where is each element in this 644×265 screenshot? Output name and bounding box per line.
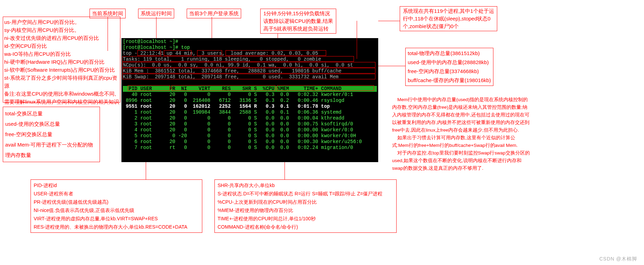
mem-fields-explanation: total-物理内存总量(3861512kb) used-使用中的内存总量(28…	[405, 48, 493, 86]
prompt-line1: [root@localhost ~]#	[123, 39, 377, 45]
process-row: 8996 root 20 0 216408 6712 3136 S 0.3 0.…	[123, 98, 377, 104]
col-res: RES-进程使用的、未被换出的物理内存大小,单位kb.RES=CODE+DATA	[34, 223, 199, 231]
load-line2: 该数除以逻辑CPU的数量,结果	[263, 17, 333, 25]
swap-fields-explanation: total-交换区总量 used-使用的交换区总量 free-空闲交换区总量 a…	[3, 107, 100, 162]
leader-line	[285, 162, 285, 179]
process-row: 4 root 20 0 0 0 0 S 0.0 0.0 0:00.00 kwor…	[123, 127, 377, 133]
top-summary-time: top - 22:12:41 up 44 min, 3 users, load …	[123, 51, 377, 56]
tasks-line1: 系统现在共有119个进程,其中1个处于运	[403, 7, 494, 15]
top-summary-mem: KiB Mem : 3861512 total, 3374668 free, 2…	[123, 68, 377, 74]
process-table-header: PID USER PR NI VIRT RES SHR S %CPU %MEM …	[123, 86, 377, 92]
mem-total: total-物理内存总量(3861512kb)	[408, 49, 491, 58]
blank-line	[123, 80, 377, 86]
mem-used: used-使用中的内存总量(288828kb)	[408, 58, 491, 67]
label-tasks-summary: 系统现在共有119个进程,其中1个处于运 行中,118个在休眠(sleep),s…	[400, 6, 497, 31]
terminal-window: [root@localhost ~]# [root@localhost ~]# …	[121, 38, 378, 162]
prompt-line2: [root@localhost ~]# top	[123, 45, 377, 51]
swap-avail: avail Mem-可用于进程下一次分配的物理内存数量	[5, 140, 98, 160]
process-row: 40 root 20 0 0 0 0 S 0.3 0.0 0:02.32 kwo…	[123, 92, 377, 98]
swap-free: free-空闲交换区总量	[5, 129, 98, 140]
process-row: 6 root 20 0 0 0 0 S 0.0 0.0 0:00.30 kwor…	[123, 139, 377, 145]
cpu-block-border	[3, 17, 120, 103]
columns-left-explanation: PID-进程id USER-进程所有者 PR-进程优先级(值越低优先级越高) N…	[31, 179, 202, 233]
col-shr: SHR-共享内存大小,单位kb	[218, 181, 393, 189]
swap-used: used-使用的交换区总量	[5, 119, 98, 129]
top-summary-swap: KiB Swap: 2097148 total, 2097148 free, 0…	[123, 74, 377, 80]
process-row: 1 root 20 0 190984 3844 2588 S 0.0 0.1 0…	[123, 109, 377, 115]
col-time: TIME+-进程使用的CPU时间总计,单位1/100秒	[218, 214, 393, 223]
top-summary-tasks: Tasks: 119 total, 1 running, 118 sleepin…	[123, 56, 377, 62]
watermark: CSDN @木棉脚	[599, 256, 637, 262]
mem-buff: buff/cache-缓存的内存量(198016kb)	[408, 76, 491, 85]
col-pr: PR-进程优先级(值越低优先级越高)	[34, 198, 199, 206]
col-pid: PID-进程id	[34, 181, 199, 189]
tasks-line3: 个,zombie状态(僵尸)0个	[403, 23, 494, 30]
mem-free: free-空闲内存总量(3374668kb)	[408, 67, 491, 76]
process-row: 7 root rt 0 0 0 0 S 0.0 0.0 0:02.24 migr…	[123, 145, 377, 151]
col-command: COMMAND-进程名称(命令名/命令行)	[218, 223, 393, 231]
process-row: 2 root 20 0 0 0 0 S 0.0 0.0 0:00.04 kthr…	[123, 115, 377, 121]
leader-line	[378, 21, 400, 21]
col-s: S-进程状态.D=不可中断的睡眠状态 R=运行 S=睡眠 T=跟踪/停止 Z=僵…	[218, 189, 393, 198]
leader-line	[146, 162, 146, 179]
top-summary-cpu: %Cpu(s): 0.0 us, 0.0 sy, 0.0 ni, 99.9 id…	[123, 62, 377, 68]
load-line1: 1分钟,5分钟,15分钟负载情况	[263, 10, 333, 17]
process-row-running: 9551 root 20 0 162012 2252 1564 R 0.3 0.…	[123, 104, 377, 109]
col-user: USER-进程所有者	[34, 189, 199, 198]
leader-line	[357, 21, 357, 59]
label-users: 当前3个用户登录系统	[187, 9, 241, 18]
columns-right-explanation: SHR-共享内存大小,单位kb S-进程状态.D=不可中断的睡眠状态 R=运行 …	[214, 179, 397, 233]
swap-total: total-交换区总量	[5, 108, 98, 119]
mem-explanation-paragraph: Mem行中使用中的内存总量(used)指的是现在系统内核控制的内存数,空闲内存总…	[392, 96, 531, 172]
process-row: 3 root 20 0 0 0 0 S 0.0 0.0 0:00.75 ksof…	[123, 121, 377, 127]
col-ni: NI-nice值.负值表示高优先级,正值表示低优先级	[34, 206, 199, 214]
col-cpu: %CPU-上次更新到现在的CPU时间占用百分比	[218, 198, 393, 206]
load-line3: 高于5就表明系统超负荷运转	[263, 25, 333, 33]
col-mem: %MEM-进程使用的物理内存百分比	[218, 206, 393, 214]
tasks-line2: 行中,118个在休眠(sleep),stoped状态0	[403, 15, 494, 23]
leader-line	[378, 66, 405, 66]
label-load-average: 1分钟,5分钟,15分钟负载情况 该数除以逻辑CPU的数量,结果 高于5就表明系…	[260, 9, 336, 34]
col-virt: VIRT-进程使用的虚拟内存总量,单位kb.VIRT=SWAP+RES	[34, 214, 199, 223]
process-row: 5 root 0 -20 0 0 0 S 0.0 0.0 0:00.00 kwo…	[123, 133, 377, 139]
